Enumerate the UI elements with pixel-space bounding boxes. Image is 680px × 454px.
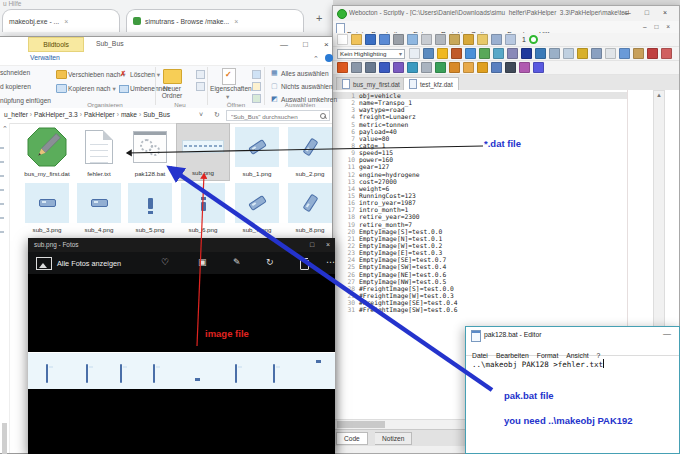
tab-close-icon[interactable]: × [64,18,68,25]
eye-icon[interactable] [507,48,518,59]
file-sub-1-png[interactable]: sub_1.png [231,125,283,181]
paste-icon[interactable] [449,34,460,45]
nav-scrollbar-thumb[interactable] [2,423,7,454]
anchor-icon[interactable] [435,62,446,73]
notepad-text-area[interactable]: ..\makeobj PAK128 >fehler.txt [472,359,604,369]
mdi-window-controls[interactable]: – □ × [643,23,673,30]
grid2-icon[interactable] [563,48,574,59]
minimize-button[interactable]: — [663,329,671,338]
sprite-sheet-image[interactable] [28,352,335,389]
save-icon[interactable] [365,34,376,45]
browser-icon[interactable] [465,48,476,59]
contextual-tab-bildtools[interactable]: Bildtools [28,37,84,52]
browser-tab-makeobj[interactable]: makeobj.exe - ... × [2,9,120,32]
file-sub-3-png[interactable]: sub_3.png [21,181,73,237]
undo-icon[interactable] [463,34,474,45]
file-fehler-txt[interactable]: fehler.txt [73,125,125,181]
ribbon-cut-label[interactable]: schneiden [0,69,30,76]
window-controls[interactable]: — □ × [624,9,673,16]
script2-icon[interactable] [393,62,404,73]
sitemap-icon[interactable] [337,62,348,73]
navigation-pane-edge[interactable]: ⌃ ⌄ [0,123,10,453]
close-button[interactable]: × [324,40,329,49]
shield-icon[interactable] [477,62,488,73]
menu-datei[interactable]: Datei [472,352,488,359]
file-pak128-bat[interactable]: pak128.bat [124,125,176,181]
screen-icon[interactable] [505,62,516,73]
redo-icon[interactable] [477,34,488,45]
run-icon[interactable] [529,35,538,44]
breadcrumb-PakHelper_3.3[interactable]: PakHelper_3.3 [34,111,78,118]
browser-tab-simutrans[interactable]: simutrans - Browse /make... × [126,9,304,32]
minimize-button[interactable]: — [280,40,288,49]
properties-button[interactable]: Eigenschaften [210,85,252,92]
properties-dropdown-icon[interactable]: ▾ [226,93,229,101]
file-sub-8-png[interactable]: sub_8.png [284,181,336,237]
menu-format[interactable]: Format [537,352,559,359]
address-dropdown-icon[interactable]: ˅ [199,111,203,118]
image-icon[interactable] [619,48,630,59]
share-icon[interactable]: ♡ [161,257,169,267]
print-icon[interactable] [393,34,404,45]
tab-test-kfz-dat[interactable]: test_kfz.dat [403,77,459,90]
file-sub-png-selected[interactable]: sub.png [177,124,229,180]
font-icon[interactable] [521,48,532,59]
new-item-icon[interactable] [196,70,205,79]
table-icon[interactable] [493,48,504,59]
scroll-up-icon[interactable]: ▲ [656,92,662,98]
maximize-button[interactable]: □ [310,241,314,248]
slideshow-icon[interactable]: ▣ [198,257,207,267]
breadcrumb-make[interactable]: make [121,111,137,118]
doc-icon[interactable] [605,48,616,59]
new-file-icon[interactable] [337,34,348,45]
help-icon[interactable] [325,54,333,62]
scriptly-titlebar[interactable]: Webocton - Scriptly - [C:\Users\Daniel\D… [333,6,679,22]
tab-notizen[interactable]: Notizen [375,432,412,445]
menu-ansicht[interactable]: Ansicht [566,352,588,359]
new-tab-button[interactable]: + [316,12,322,24]
home-icon[interactable] [535,48,546,59]
list2-icon[interactable] [365,62,376,73]
rotate-icon[interactable]: ↻ [266,257,274,267]
all-photos-button[interactable]: Alle Fotos anzeigen [57,259,121,268]
breadcrumb[interactable]: u_helfer›PakHelper_3.3›PakHelper›make›Su… [4,111,170,118]
file-sub-2-png[interactable]: sub_2.png [284,125,336,181]
tab-code[interactable]: Code [336,432,368,445]
notepad-titlebar[interactable]: pak128.bat - Editor — [466,327,679,342]
highlighting-dropdown[interactable]: Kein Highlighting▾ [337,49,405,59]
star-icon[interactable] [437,48,448,59]
select-none-button[interactable]: Nichts auswählen [281,83,333,90]
edit-icon[interactable]: ✎ [233,257,241,267]
save-all-icon[interactable] [379,34,390,45]
breadcrumb-PakHelper[interactable]: PakHelper [84,111,115,118]
link-icon[interactable] [449,62,460,73]
component-icon[interactable] [533,62,544,73]
photos-titlebar[interactable]: sub.png - Fotos □ × [28,238,335,252]
media-icon[interactable] [423,48,434,59]
link2-icon[interactable] [463,62,474,73]
file-sub-5-png[interactable]: sub_5.png [124,181,176,237]
palette-icon[interactable] [577,48,588,59]
ribbon-tab-verwalten[interactable]: Verwalten [30,54,60,61]
open-icon[interactable] [252,70,261,79]
cut2-icon[interactable] [351,62,362,73]
tag-icon[interactable] [407,62,418,73]
edit-icon[interactable] [252,82,261,91]
tab-bus-my-first-dat[interactable]: bus_my_first.dat [336,77,406,90]
ribbon-paste-shortcut-label[interactable]: nüpfung einfügen [0,97,51,104]
copy-to-button[interactable]: Kopieren nach ▾ [68,85,116,93]
columns-icon[interactable] [491,62,502,73]
checkbox-icon[interactable] [409,48,420,59]
file-sub-7-png[interactable]: sub_7.png [231,181,283,237]
file-bus-my-first-dat[interactable]: bus_my_first.dat [21,125,73,181]
scroll-up-icon[interactable]: ⌃ [2,125,8,133]
menu-?[interactable]: ? [597,352,601,359]
comment-icon[interactable] [647,48,658,59]
select-all-button[interactable]: Alles auswählen [281,70,329,77]
menu-bearbeiten[interactable]: Bearbeiten [496,352,529,359]
delete-icon[interactable] [300,260,309,270]
more-icon[interactable]: ⋯ [326,257,335,267]
outdent-icon[interactable] [505,34,516,45]
ribbon-copypath-label[interactable]: d kopieren [0,83,31,90]
brackets-icon[interactable] [421,62,432,73]
